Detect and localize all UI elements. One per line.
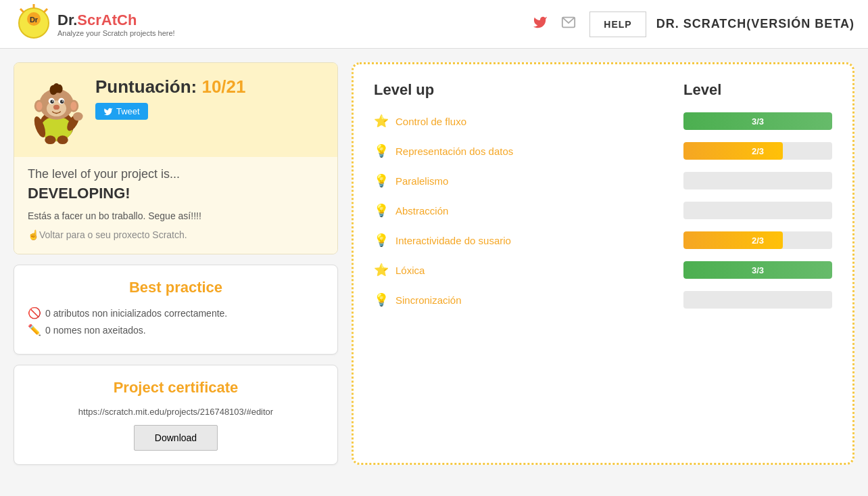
skill-row: 💡 Sincronización — [374, 291, 832, 309]
skill-bar-label: 2/3 — [683, 142, 832, 160]
skill-bar-container: 2/3 — [683, 142, 832, 160]
left-column: Puntuación: 10/21 Tweet The level of you… — [14, 62, 338, 465]
score-value: 10/21 — [201, 76, 245, 97]
skill-row: 💡 Paralelismo — [374, 172, 832, 189]
monkey-svg — [28, 76, 85, 144]
skill-icon: 💡 — [374, 173, 390, 188]
certificate-url: https://scratch.mit.edu/projects/2167481… — [28, 407, 324, 417]
skill-name: Control de fluxo — [395, 116, 683, 127]
skill-name: Sincronización — [395, 294, 683, 306]
skill-icon: ⭐ — [374, 114, 390, 129]
practice-icon: ✏️ — [28, 323, 41, 336]
level-value: DEVELOPING! — [28, 185, 324, 202]
score-body: The level of your project is... DEVELOPI… — [14, 157, 337, 254]
monkey-area — [28, 76, 89, 147]
level-col-label: Level — [683, 81, 832, 99]
skill-name: Interactividade do susario — [395, 235, 683, 246]
skill-row: 💡 Abstracción — [374, 202, 832, 219]
skill-name: Representación dos datos — [395, 145, 683, 157]
svg-text:Dr: Dr — [30, 16, 39, 24]
tweet-button[interactable]: Tweet — [95, 103, 148, 120]
skill-name: Abstracción — [395, 205, 683, 217]
svg-point-19 — [52, 100, 53, 102]
skill-name: Paralelismo — [395, 175, 683, 187]
skill-bar-container: 2/3 — [683, 231, 832, 249]
logo-subtitle: Analyze your Scratch projects here! — [57, 29, 175, 37]
skill-row: 💡 Interactividade do susario 2/3 — [374, 231, 832, 249]
logo-icon: Dr — [14, 4, 54, 45]
score-card: Puntuación: 10/21 Tweet The level of you… — [14, 62, 338, 254]
practice-text: 0 nomes non axeitados. — [45, 325, 146, 336]
download-button[interactable]: Download — [134, 425, 218, 451]
certificate-title: Project certificate — [28, 379, 324, 397]
svg-point-26 — [57, 135, 68, 144]
level-panel-header: Level up Level — [374, 81, 832, 99]
skill-bar-label: 2/3 — [683, 231, 832, 249]
svg-point-24 — [73, 112, 83, 121]
best-practice-card: Best practice 🚫0 atributos non inicializ… — [14, 265, 338, 355]
header: Dr Dr.ScrAtCh Analyze your Scratch proje… — [0, 0, 868, 49]
certificate-card: Project certificate https://scratch.mit.… — [14, 365, 338, 465]
feedback-text: Estás a facer un bo traballo. Segue así!… — [28, 210, 324, 221]
skill-bar-container — [683, 291, 832, 309]
skill-name: Lóxica — [395, 265, 683, 276]
help-button[interactable]: HELP — [589, 12, 646, 37]
practice-items: 🚫0 atributos non inicializados correctam… — [28, 307, 324, 336]
main-content: Puntuación: 10/21 Tweet The level of you… — [0, 49, 868, 478]
level-up-title: Level up — [374, 81, 683, 99]
skill-icon: 💡 — [374, 233, 390, 248]
logo-area: Dr Dr.ScrAtCh Analyze your Scratch proje… — [14, 4, 533, 45]
score-right: Puntuación: 10/21 Tweet — [95, 76, 246, 120]
twitter-icon[interactable] — [533, 15, 548, 34]
svg-point-25 — [45, 135, 55, 144]
level-prefix: The level of your project is... — [28, 167, 324, 181]
logo-title: Dr.ScrAtCh — [57, 12, 175, 29]
svg-point-17 — [50, 100, 53, 104]
practice-item: ✏️0 nomes non axeitados. — [28, 323, 324, 336]
svg-point-29 — [53, 83, 60, 93]
skill-icon: ⭐ — [374, 263, 390, 277]
skill-bar-label: 3/3 — [683, 112, 832, 130]
back-link[interactable]: ☝Voltar para o seu proxecto Scratch. — [28, 229, 324, 240]
svg-point-13 — [70, 102, 76, 110]
skill-row: ⭐ Lóxica 3/3 — [374, 261, 832, 279]
svg-point-20 — [62, 100, 64, 102]
practice-icon: 🚫 — [28, 307, 41, 319]
score-title: Puntuación: 10/21 — [95, 76, 246, 97]
skill-icon: 💡 — [374, 143, 390, 158]
level-panel: Level up Level ⭐ Control de fluxo 3/3 💡 … — [352, 62, 854, 465]
header-brand: DR. SCRATCH(VERSIÓN BETA) — [656, 17, 854, 31]
header-icons — [533, 15, 576, 34]
svg-point-11 — [37, 102, 43, 110]
mail-icon[interactable] — [561, 15, 576, 34]
skill-bar-container — [683, 172, 832, 189]
skill-row: ⭐ Control de fluxo 3/3 — [374, 112, 832, 130]
svg-line-3 — [20, 9, 24, 12]
skill-bar-label: 3/3 — [683, 261, 832, 279]
skill-bar-container — [683, 202, 832, 219]
skill-bar-container: 3/3 — [683, 261, 832, 279]
svg-line-4 — [44, 9, 47, 12]
skill-bar-container: 3/3 — [683, 112, 832, 130]
skill-icon: 💡 — [374, 292, 390, 307]
skills-container: ⭐ Control de fluxo 3/3 💡 Representación … — [374, 112, 832, 309]
tweet-label: Tweet — [116, 106, 140, 116]
skill-icon: 💡 — [374, 203, 390, 218]
svg-point-18 — [60, 100, 64, 104]
practice-text: 0 atributos non inicializados correctame… — [45, 308, 227, 319]
practice-item: 🚫0 atributos non inicializados correctam… — [28, 307, 324, 319]
score-header: Puntuación: 10/21 Tweet — [14, 63, 337, 157]
svg-point-21 — [53, 105, 59, 110]
skill-row: 💡 Representación dos datos 2/3 — [374, 142, 832, 160]
logo-text-area: Dr.ScrAtCh Analyze your Scratch projects… — [57, 12, 175, 37]
best-practice-title: Best practice — [28, 279, 324, 296]
